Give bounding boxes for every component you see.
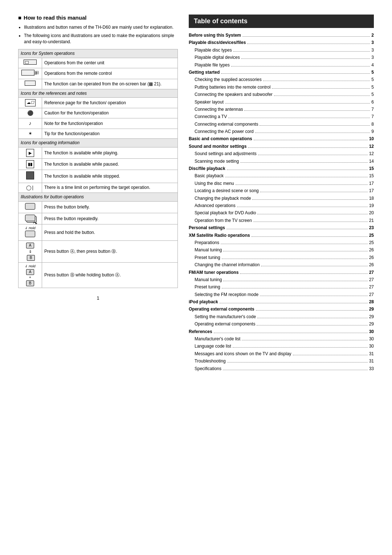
section-header-refs: Icons for the references and notes — [19, 89, 178, 98]
toc-dots — [226, 229, 368, 229]
toc-entry: Connecting the AC power cord9 — [189, 128, 374, 135]
play-icon-cell: ▶ — [19, 147, 42, 158]
toc-dots — [256, 310, 368, 311]
remote-icon — [21, 70, 34, 76]
toc-entry: Scanning mode setting14 — [189, 158, 374, 165]
toc-page: 5 — [371, 76, 374, 83]
toc-page: 20 — [369, 209, 374, 216]
stop-text: The function is available while stopped. — [42, 170, 178, 183]
row-note: ♪ Note for the function/operation — [19, 118, 178, 129]
toc-entry: Playable digital devices3 — [189, 54, 374, 61]
page-container: ■How to read this manual Illustrations a… — [18, 15, 374, 372]
toc-entry: Advanced operations19 — [189, 202, 374, 209]
toc-label: Preparations — [195, 239, 219, 246]
toc-label: Changing the playback mode — [195, 195, 251, 202]
toc-list: Before using this System2Playable discs/… — [189, 32, 374, 372]
toc-label: Putting batteries into the remote contro… — [195, 84, 270, 91]
toc-page: 4 — [371, 61, 374, 69]
remote-icon-cell: ))) — [19, 68, 42, 79]
toc-page: 15 — [369, 172, 374, 179]
toc-dots — [222, 288, 368, 288]
timelimit-icon: ◯∣ — [26, 185, 34, 190]
onscreen-icon — [25, 81, 36, 86]
toc-page: 29 — [369, 320, 374, 328]
toc-entry: Connecting the antennas7 — [189, 106, 374, 113]
toc-entry: Playable disc types3 — [189, 46, 374, 54]
toc-dots — [225, 177, 368, 177]
toc-entry: Putting batteries into the remote contro… — [189, 84, 374, 91]
toc-entry: Troubleshooting31 — [189, 357, 374, 365]
toc-page: 27 — [369, 291, 374, 298]
toc-label: Operation from the TV screen — [195, 217, 252, 224]
toc-page: 9 — [371, 128, 374, 135]
press-hold-icon: ⇓ Hold — [21, 226, 40, 239]
toc-dots — [252, 236, 368, 237]
toc-label: Manufacturer's code list — [195, 335, 240, 343]
toc-page: 25 — [369, 239, 374, 246]
center-unit-text: Operations from the center unit — [42, 58, 178, 68]
row-play: ▶ The function is available while playin… — [19, 147, 178, 158]
toc-entry: Messages and icons shown on the TV and d… — [189, 350, 374, 357]
toc-label: Connecting the antennas — [195, 106, 243, 113]
toc-dots — [228, 118, 370, 118]
toc-label: Connecting the AC power cord — [195, 128, 254, 135]
toc-entry: Manual tuning27 — [189, 276, 374, 283]
toc-label: FM/AM tuner operations — [189, 269, 238, 276]
toc-page: 17 — [369, 187, 374, 194]
toc-entry: Operating external components29 — [189, 305, 374, 313]
toc-dots — [227, 362, 368, 362]
toc-dots — [227, 170, 368, 170]
toc-label: Locating a desired scene or song — [195, 187, 259, 194]
toc-dots — [257, 325, 367, 325]
row-timelimit: ◯∣ There is a time limit on performing t… — [19, 183, 178, 193]
toc-page: 27 — [369, 269, 374, 276]
timelimit-text: There is a time limit on performing the … — [42, 183, 178, 193]
toc-dots — [260, 296, 368, 296]
toc-entry: Operating external components29 — [189, 320, 374, 328]
toc-label: Preset tuning — [195, 254, 220, 261]
press-brief-icon-cell — [19, 201, 42, 213]
play-text: The function is available while playing. — [42, 147, 178, 158]
toc-entry: Playable file types4 — [189, 61, 374, 69]
toc-page: 33 — [369, 365, 374, 372]
row-press-a-then-b: A ⇓ B Press button Ⓐ, then press button … — [19, 240, 178, 262]
toc-page: 30 — [369, 328, 374, 335]
stop-icon-cell — [19, 170, 42, 183]
toc-entry: Basic playback15 — [189, 172, 374, 179]
toc-label: Checking the supplied accessories — [195, 76, 262, 83]
toc-dots — [257, 318, 368, 318]
toc-page: 5 — [371, 91, 374, 98]
toc-entry: Basic and common operations10 — [189, 135, 374, 142]
onscreen-text: The function can be operated from the on… — [42, 79, 178, 89]
toc-label: Setting the manufacturer's code — [195, 313, 256, 320]
toc-dots — [252, 199, 367, 200]
toc-dots — [233, 51, 370, 52]
toc-label: Personal settings — [189, 224, 225, 231]
toc-entry: Sound settings and adjustments12 — [189, 150, 374, 157]
toc-entry: Preparations25 — [189, 239, 374, 246]
toc-dots — [241, 58, 370, 59]
press-a-then-b-icon-cell: A ⇓ B — [19, 240, 42, 262]
toc-page: 30 — [369, 343, 374, 350]
toc-page: 2 — [371, 32, 374, 39]
toc-label: Language code list — [195, 343, 231, 350]
toc-page: 30 — [369, 335, 374, 343]
toc-label: Sound and monitor settings — [189, 143, 246, 150]
toc-dots — [214, 333, 368, 333]
toc-dots — [257, 214, 367, 214]
toc-entry: Operation from the TV screen21 — [189, 217, 374, 224]
tip-icon-cell: ✶ — [19, 129, 42, 138]
toc-dots — [260, 125, 370, 126]
toc-dots — [254, 140, 368, 140]
toc-entry: Manufacturer's code list30 — [189, 335, 374, 343]
intro-bullets: Illustrations and button names of the TH… — [18, 24, 178, 45]
toc-page: 18 — [369, 195, 374, 202]
toc-page: 3 — [371, 54, 374, 61]
toc-dots — [231, 66, 370, 66]
toc-label: Sound settings and adjustments — [195, 150, 257, 157]
toc-page: 19 — [369, 202, 374, 209]
reference-text: Reference page for the function/ operati… — [42, 98, 178, 108]
toc-entry: Using the disc menu17 — [189, 180, 374, 187]
toc-label: Operating external components — [189, 305, 254, 313]
toc-dots — [293, 355, 368, 355]
